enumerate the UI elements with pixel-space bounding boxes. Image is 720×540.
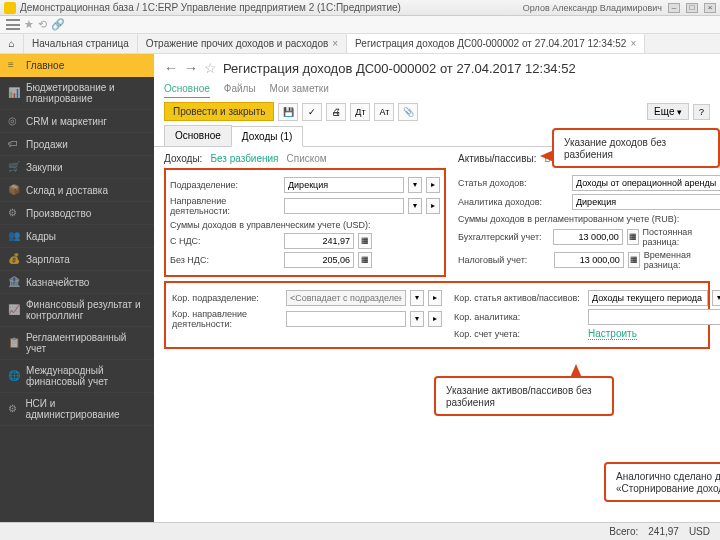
content-area: ← → ☆ Регистрация доходов ДС00-000002 от… [154, 54, 720, 522]
assets-section-label: Активы/пассивы: [458, 153, 536, 164]
sidebar-item-warehouse[interactable]: 📦Склад и доставка [0, 179, 154, 202]
sidebar-item-main[interactable]: ≡Главное [0, 54, 154, 77]
filetab-files[interactable]: Файлы [224, 80, 256, 98]
link-icon[interactable]: 🔗 [51, 18, 65, 31]
corr-analytics-input[interactable] [588, 309, 720, 325]
history-icon[interactable]: ⟲ [38, 18, 47, 31]
income-section-label: Доходы: [164, 153, 202, 164]
dept-input[interactable] [284, 177, 404, 193]
novat-input[interactable] [284, 252, 354, 268]
callout-assets: Указание активов/пассивов без разбиения [434, 376, 614, 416]
total-sum: 241,97 [648, 526, 679, 537]
sidebar: ≡Главное 📊Бюджетирование и планирование … [0, 54, 154, 522]
attach-button[interactable]: 📎 [398, 103, 418, 121]
more-button[interactable]: Еще ▾ [647, 103, 689, 120]
sidebar-item-regaccount[interactable]: 📋Регламентированный учет [0, 327, 154, 360]
activity-input[interactable] [284, 198, 404, 214]
print-button[interactable]: 🖨 [326, 103, 346, 121]
corr-account-link[interactable]: Настроить [588, 328, 637, 340]
tab-bar: ⌂ Начальная страница Отражение прочих до… [0, 34, 720, 54]
close-icon[interactable]: × [630, 38, 636, 49]
close-button[interactable]: × [704, 3, 716, 13]
sidebar-item-production[interactable]: ⚙Производство [0, 202, 154, 225]
status-bar: Всего: 241,97 USD [0, 522, 720, 540]
app-title: Демонстрационная база / 1С:ERP Управлени… [20, 2, 401, 13]
subtab-main[interactable]: Основное [164, 125, 232, 146]
subtab-income[interactable]: Доходы (1) [231, 126, 304, 147]
quick-toolbar: ★ ⟲ 🔗 [0, 16, 720, 34]
total-currency: USD [689, 526, 710, 537]
sidebar-item-crm[interactable]: ◎CRM и маркетинг [0, 110, 154, 133]
menu-icon[interactable] [6, 19, 20, 30]
corr-dept-input[interactable] [286, 290, 406, 306]
minimize-button[interactable]: – [668, 3, 680, 13]
calc-icon[interactable]: ▦ [358, 252, 372, 268]
forward-arrow-icon[interactable]: → [184, 60, 198, 76]
mode-list[interactable]: Списком [287, 153, 327, 164]
star-icon[interactable]: ★ [24, 18, 34, 31]
sidebar-item-purchase[interactable]: 🛒Закупки [0, 156, 154, 179]
total-label: Всего: [609, 526, 638, 537]
bu-input[interactable] [553, 229, 623, 245]
income-item-input[interactable] [572, 175, 720, 191]
save-button[interactable]: 💾 [278, 103, 298, 121]
sidebar-item-nsi[interactable]: ⚙НСИ и администрирование [0, 393, 154, 426]
home-button[interactable]: ⌂ [0, 34, 24, 53]
save-close-button[interactable]: Провести и закрыть [164, 102, 274, 121]
favorite-star-icon[interactable]: ☆ [204, 60, 217, 76]
analytics-input[interactable] [572, 194, 720, 210]
tab-home[interactable]: Начальная страница [24, 34, 138, 53]
dropdown-icon[interactable]: ▾ [408, 177, 422, 193]
vat-input[interactable] [284, 233, 354, 249]
report2-button[interactable]: Ат [374, 103, 394, 121]
back-arrow-icon[interactable]: ← [164, 60, 178, 76]
sidebar-item-budget[interactable]: 📊Бюджетирование и планирование [0, 77, 154, 110]
sidebar-item-sales[interactable]: 🏷Продажи [0, 133, 154, 156]
post-button[interactable]: ✓ [302, 103, 322, 121]
corr-activity-input[interactable] [286, 311, 406, 327]
tax-input[interactable] [554, 252, 624, 268]
sidebar-item-intlfin[interactable]: 🌐Международный финансовый учет [0, 360, 154, 393]
app-icon [4, 2, 16, 14]
filetab-main[interactable]: Основное [164, 80, 210, 98]
open-icon[interactable]: ▸ [426, 198, 440, 214]
sidebar-item-salary[interactable]: 💰Зарплата [0, 248, 154, 271]
tab-register[interactable]: Регистрация доходов ДС00-000002 от 27.04… [347, 34, 645, 53]
calc-icon[interactable]: ▦ [358, 233, 372, 249]
mode-no-split[interactable]: Без разбиения [210, 153, 278, 164]
document-title: Регистрация доходов ДС00-000002 от 27.04… [223, 61, 576, 76]
window-titlebar: Демонстрационная база / 1С:ERP Управлени… [0, 0, 720, 16]
close-icon[interactable]: × [332, 38, 338, 49]
dropdown-icon[interactable]: ▾ [408, 198, 422, 214]
sidebar-item-treasury[interactable]: 🏦Казначейство [0, 271, 154, 294]
callout-income: Указание доходов без разбиения [552, 128, 720, 168]
corr-asset-input[interactable] [588, 290, 708, 306]
callout-storno: Аналогично сделано для операции «Сторнир… [604, 462, 720, 502]
open-icon[interactable]: ▸ [426, 177, 440, 193]
help-button[interactable]: ? [693, 104, 710, 120]
filetab-notes[interactable]: Мои заметки [270, 80, 329, 98]
sidebar-item-finresult[interactable]: 📈Финансовый результат и контроллинг [0, 294, 154, 327]
tab-reflect[interactable]: Отражение прочих доходов и расходов× [138, 34, 347, 53]
user-name: Орлов Александр Владимирович [523, 3, 662, 13]
sidebar-item-hr[interactable]: 👥Кадры [0, 225, 154, 248]
maximize-button[interactable]: □ [686, 3, 698, 13]
report-button[interactable]: Дт [350, 103, 370, 121]
